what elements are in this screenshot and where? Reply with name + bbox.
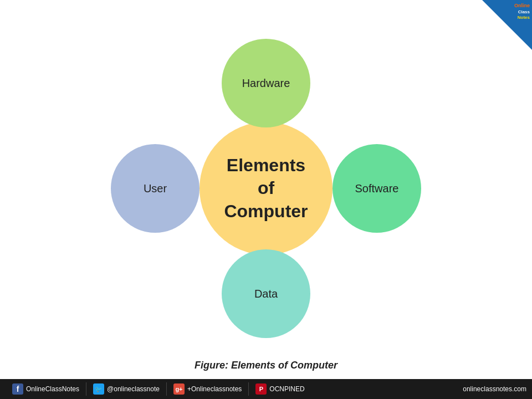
hardware-label: Hardware bbox=[242, 77, 290, 90]
footer-pinterest[interactable]: P OCNPINED bbox=[249, 379, 311, 399]
user-label: User bbox=[144, 182, 167, 195]
footer-website[interactable]: onlineclassnotes.com bbox=[463, 385, 526, 393]
data-label: Data bbox=[254, 288, 278, 300]
googleplus-icon: g+ bbox=[173, 383, 185, 395]
center-label: Elements of Computer bbox=[224, 154, 308, 223]
badge-online: Online bbox=[514, 3, 530, 8]
badge-class: Class bbox=[518, 9, 530, 14]
software-circle: Software bbox=[332, 144, 421, 233]
corner-label: Online Class Notes bbox=[514, 3, 530, 21]
footer-facebook[interactable]: f OnlineClassNotes bbox=[6, 379, 86, 399]
hardware-circle: Hardware bbox=[222, 39, 310, 127]
pinterest-icon: P bbox=[255, 383, 267, 395]
footer-twitter[interactable]: 🐦 @onlineclassnote bbox=[86, 379, 166, 399]
data-circle: Data bbox=[222, 249, 310, 338]
footer-bar: f OnlineClassNotes 🐦 @onlineclassnote g+… bbox=[0, 379, 532, 399]
twitter-icon: 🐦 bbox=[93, 383, 104, 395]
center-circle: Elements of Computer bbox=[200, 122, 332, 255]
googleplus-text: +Onlineclassnotes bbox=[187, 385, 242, 393]
software-label: Software bbox=[355, 182, 399, 195]
pinterest-text: OCNPINED bbox=[269, 385, 304, 393]
badge-notes: Notes bbox=[518, 15, 530, 20]
twitter-text: @onlineclassnote bbox=[107, 385, 160, 393]
figure-caption: Figure: Elements of Computer bbox=[195, 360, 337, 371]
user-circle: User bbox=[111, 144, 200, 233]
facebook-icon: f bbox=[12, 383, 23, 395]
footer-googleplus[interactable]: g+ +Onlineclassnotes bbox=[167, 379, 248, 399]
facebook-text: OnlineClassNotes bbox=[26, 385, 79, 393]
diagram-container: Elements of Computer Hardware Software D… bbox=[100, 28, 432, 349]
